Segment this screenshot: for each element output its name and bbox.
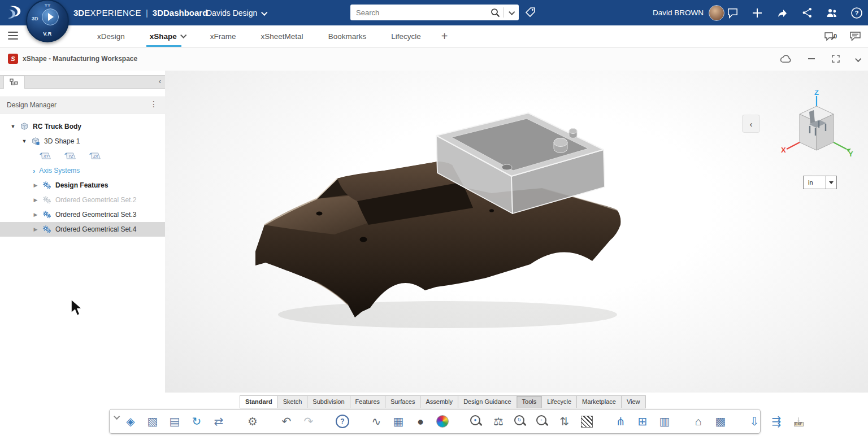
magnify-render-icon[interactable]: ●: [468, 413, 485, 430]
expander-open-icon[interactable]: ▼: [10, 124, 16, 129]
transform-move-icon[interactable]: ⇶: [768, 413, 785, 430]
tree-item-ordered-geometrical-set-3[interactable]: ▶Ordered Geometrical Set.3: [0, 207, 165, 222]
print-3d-icon[interactable]: ⇩: [746, 413, 763, 430]
expander-closed-icon[interactable]: ▶: [33, 197, 38, 203]
tree-item-3d-shape-1[interactable]: ▼3D Shape 1: [0, 134, 165, 149]
plane-icon-zx[interactable]: ZX: [88, 151, 102, 161]
plane-icon-yz[interactable]: YZ: [63, 151, 77, 161]
expand-chevron-icon[interactable]: ›: [33, 167, 35, 175]
magnify-section-icon[interactable]: ▫: [534, 413, 551, 430]
3d-viewport[interactable]: Z X Y ‹ in: [165, 71, 868, 393]
dashboard-selector[interactable]: Davids Design: [206, 0, 266, 25]
search-options-chevron[interactable]: [504, 10, 519, 15]
ribbon-tab-view[interactable]: View: [622, 395, 646, 408]
ribbon-tab-design-guidance[interactable]: Design Guidance: [458, 395, 517, 408]
tag-icon[interactable]: [524, 6, 537, 18]
tab-xframe[interactable]: xFrame: [198, 25, 249, 47]
ribbon-tab-surfaces[interactable]: Surfaces: [385, 395, 420, 408]
snapshot-export-icon[interactable]: ▩: [712, 413, 729, 430]
material-sphere-icon[interactable]: ●: [412, 413, 429, 430]
lasso-select-icon[interactable]: ∿: [368, 413, 385, 430]
chat-icon[interactable]: [726, 6, 739, 20]
structure-tree-icon[interactable]: ⋔: [612, 413, 629, 430]
help-circle-icon[interactable]: ?: [850, 6, 863, 20]
magnify-rotate-icon[interactable]: ↻: [512, 413, 529, 430]
tab-lifecycle[interactable]: Lifecycle: [379, 25, 433, 47]
tab-xsheetmetal[interactable]: xSheetMetal: [249, 25, 316, 47]
import-export-icon[interactable]: ⇄: [210, 413, 227, 430]
ribbon-tab-lifecycle[interactable]: Lifecycle: [542, 395, 577, 408]
help-icon[interactable]: ?: [334, 413, 351, 430]
collapse-panel-chevron-icon[interactable]: [856, 54, 860, 64]
box-notch: [502, 164, 512, 170]
ribbon-tab-standard[interactable]: Standard: [240, 395, 278, 408]
fullscreen-icon[interactable]: [831, 54, 841, 64]
cloud-icon[interactable]: [779, 53, 792, 64]
tree-item-design-features[interactable]: ▶Design Features: [0, 178, 165, 193]
search-box: [350, 5, 519, 20]
collapse-right-panel-button[interactable]: ‹: [742, 115, 760, 133]
expander-closed-icon[interactable]: ▶: [33, 182, 38, 188]
share-network-icon[interactable]: [800, 6, 814, 20]
ribbon-tab-marketplace[interactable]: Marketplace: [577, 395, 622, 408]
expander-closed-icon[interactable]: ▶: [33, 212, 38, 217]
units-dropdown-arrow[interactable]: [826, 176, 836, 189]
user-avatar[interactable]: [709, 5, 724, 21]
tree-view-tab[interactable]: [3, 76, 25, 89]
tab-bookmarks[interactable]: Bookmarks: [316, 25, 379, 47]
toolbar-collapse-icon[interactable]: [114, 411, 119, 421]
export-dxf-icon[interactable]: ↓DXF: [790, 413, 807, 430]
tree-item-ordered-geometrical-set-2[interactable]: ▶Ordered Geometrical Set.2: [0, 193, 165, 207]
tab-chevron-icon[interactable]: [180, 32, 186, 38]
fit-flatten-icon[interactable]: ⇅: [556, 413, 573, 430]
tab-xshape[interactable]: xShape: [137, 25, 198, 47]
compass-play-icon[interactable]: [42, 8, 59, 25]
update-sync-icon[interactable]: ↻: [188, 413, 205, 430]
expander-open-icon[interactable]: ▼: [21, 138, 27, 144]
color-wheel-icon[interactable]: [434, 413, 451, 430]
view-cube[interactable]: Z X Y: [774, 90, 859, 164]
tree-planes-row[interactable]: XYYZZX: [0, 149, 165, 163]
new-shape-icon[interactable]: ◈: [122, 413, 139, 430]
tree-item-axis-systems[interactable]: ›Axis Systems: [0, 163, 165, 178]
brand-experience: EXPERIENCE: [84, 8, 141, 18]
settings-gear-icon[interactable]: ⚙: [244, 413, 261, 430]
people-icon[interactable]: [825, 6, 839, 20]
markup-counter-icon[interactable]: 0: [824, 31, 837, 41]
minimize-icon[interactable]: [807, 54, 816, 63]
tree-item-ordered-geometrical-set-4[interactable]: ▶Ordered Geometrical Set.4: [0, 222, 165, 237]
insert-geometry-icon[interactable]: ▧: [144, 413, 161, 430]
share-forward-icon[interactable]: [775, 6, 789, 20]
3ds-logo[interactable]: [6, 4, 25, 21]
gears-icon: [42, 225, 51, 234]
ribbon-tab-tools[interactable]: Tools: [517, 395, 542, 408]
3d-compass[interactable]: YY 3D V.R: [26, 0, 69, 42]
search-icon[interactable]: [487, 8, 504, 18]
ribbon-tab-sketch[interactable]: Sketch: [278, 395, 308, 408]
tab-xdesign[interactable]: xDesign: [85, 25, 137, 47]
tree-item-rc-truck-body[interactable]: ▼RC Truck Body: [0, 119, 165, 134]
units-dropdown[interactable]: in: [803, 176, 837, 189]
truck-body-model[interactable]: [165, 71, 868, 393]
plane-icon-xy[interactable]: XY: [38, 151, 52, 161]
hamburger-menu-icon[interactable]: [8, 32, 18, 40]
ribbon-tab-subdivision[interactable]: Subdivision: [307, 395, 350, 408]
components-icon[interactable]: ▥: [656, 413, 673, 430]
list-add-icon[interactable]: ⊞: [634, 413, 651, 430]
undo-icon[interactable]: ↶: [278, 413, 295, 430]
home-icon[interactable]: ⌂: [690, 413, 707, 430]
texture-hatch-icon[interactable]: [578, 413, 595, 430]
panel-menu-icon[interactable]: ⋮: [147, 99, 160, 108]
search-input[interactable]: [350, 8, 487, 17]
expander-closed-icon[interactable]: ▶: [33, 226, 38, 232]
comments-icon[interactable]: [849, 31, 861, 41]
save-icon[interactable]: ▤: [166, 413, 183, 430]
capture-image-icon[interactable]: ▦: [390, 413, 407, 430]
ribbon-tab-assembly[interactable]: Assembly: [420, 395, 458, 408]
panel-collapse-icon[interactable]: ‹: [157, 77, 163, 86]
ribbon-tab-features[interactable]: Features: [350, 395, 385, 408]
redo-icon[interactable]: ↷: [300, 413, 317, 430]
tab-add[interactable]: +: [433, 25, 456, 47]
compare-scale-icon[interactable]: ⚖: [490, 413, 507, 430]
add-icon[interactable]: [750, 6, 764, 20]
